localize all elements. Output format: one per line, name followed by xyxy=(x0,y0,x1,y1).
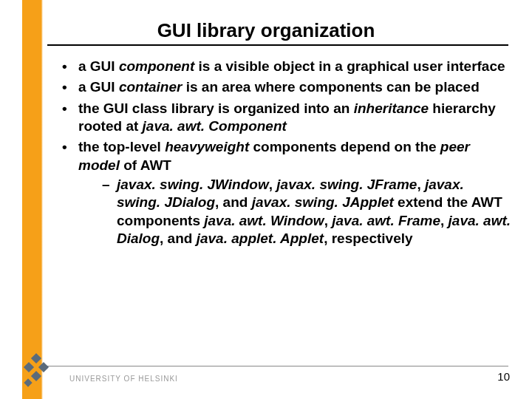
text: a GUI xyxy=(78,58,119,74)
bullet-item: the top-level heavyweight components dep… xyxy=(58,138,511,248)
emphasis: container xyxy=(119,79,183,95)
bullet-item: a GUI component is a visible object in a… xyxy=(58,58,511,75)
text: , and xyxy=(215,194,252,210)
footer-org: UNIVERSITY OF HELSINKI xyxy=(69,375,178,383)
footer-rule xyxy=(47,366,508,366)
bullet-item: the GUI class library is organized into … xyxy=(58,100,511,136)
bullet-list: a GUI component is a visible object in a… xyxy=(58,58,511,248)
slide: GUI library organization a GUI component… xyxy=(0,0,532,399)
accent-side-bar xyxy=(22,0,43,399)
page-number: 10 xyxy=(497,370,510,383)
emphasis: javax. swing. JWindow xyxy=(117,177,269,192)
emphasis: component xyxy=(119,58,194,74)
university-logo-icon xyxy=(19,352,55,387)
emphasis: javax. swing. JApplet xyxy=(252,194,394,210)
slide-title: GUI library organization xyxy=(0,19,532,42)
text: is an area where components can be place… xyxy=(182,79,479,95)
text: the top-level xyxy=(78,139,165,154)
emphasis: java. applet. Applet xyxy=(197,231,324,246)
sub-list: javax. swing. JWindow, javax. swing. JFr… xyxy=(78,176,511,248)
text: a GUI xyxy=(78,79,119,95)
text: , xyxy=(269,177,277,192)
text: , and xyxy=(160,231,197,246)
text: of AWT xyxy=(120,157,171,173)
text: , xyxy=(440,213,449,228)
bullet-item: a GUI container is an area where compone… xyxy=(58,78,511,96)
text: , xyxy=(324,213,332,228)
emphasis: heavyweight xyxy=(165,139,249,154)
text: , xyxy=(417,177,425,192)
text: the GUI class library is organized into … xyxy=(78,100,354,116)
emphasis: javax. swing. JFrame xyxy=(276,177,417,192)
text: is a visible object in a graphical user … xyxy=(194,58,505,74)
emphasis: inheritance xyxy=(354,100,429,116)
emphasis: java. awt. Component xyxy=(143,118,287,134)
text: , respectively xyxy=(324,231,412,246)
slide-body: a GUI component is a visible object in a… xyxy=(58,58,511,250)
emphasis: java. awt. Window xyxy=(204,213,324,228)
sub-item: javax. swing. JWindow, javax. swing. JFr… xyxy=(78,176,511,248)
text: components depend on the xyxy=(249,139,440,154)
emphasis: java. awt. Frame xyxy=(332,213,440,228)
title-underline xyxy=(47,44,508,46)
